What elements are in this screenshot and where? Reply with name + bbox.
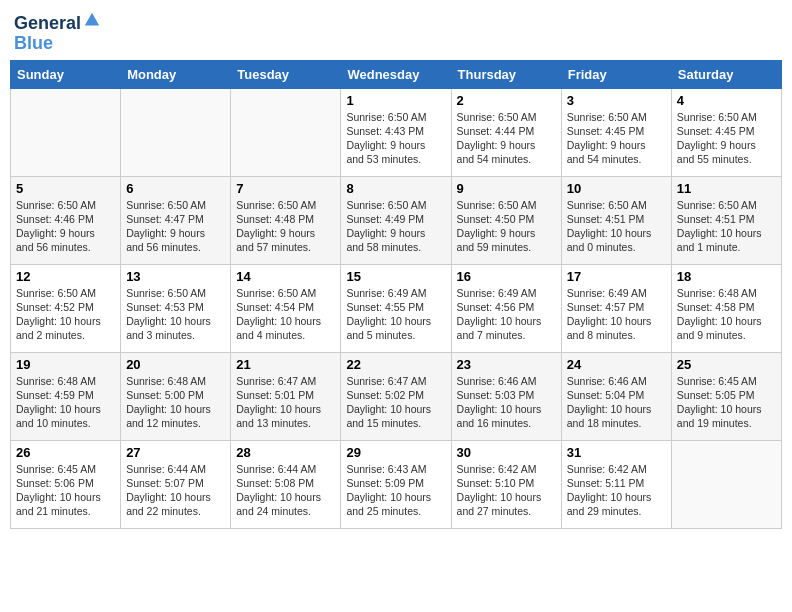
day-number: 2	[457, 93, 556, 108]
calendar-day-19: 19Sunrise: 6:48 AM Sunset: 4:59 PM Dayli…	[11, 352, 121, 440]
day-number: 30	[457, 445, 556, 460]
svg-marker-0	[85, 13, 99, 26]
calendar-day-6: 6Sunrise: 6:50 AM Sunset: 4:47 PM Daylig…	[121, 176, 231, 264]
calendar-day-24: 24Sunrise: 6:46 AM Sunset: 5:04 PM Dayli…	[561, 352, 671, 440]
day-info: Sunrise: 6:48 AM Sunset: 4:58 PM Dayligh…	[677, 286, 776, 343]
weekday-header-monday: Monday	[121, 60, 231, 88]
day-number: 12	[16, 269, 115, 284]
day-info: Sunrise: 6:50 AM Sunset: 4:45 PM Dayligh…	[567, 110, 666, 167]
calendar-day-31: 31Sunrise: 6:42 AM Sunset: 5:11 PM Dayli…	[561, 440, 671, 528]
day-number: 13	[126, 269, 225, 284]
day-info: Sunrise: 6:50 AM Sunset: 4:44 PM Dayligh…	[457, 110, 556, 167]
calendar-day-26: 26Sunrise: 6:45 AM Sunset: 5:06 PM Dayli…	[11, 440, 121, 528]
day-info: Sunrise: 6:50 AM Sunset: 4:54 PM Dayligh…	[236, 286, 335, 343]
calendar-day-22: 22Sunrise: 6:47 AM Sunset: 5:02 PM Dayli…	[341, 352, 451, 440]
day-number: 31	[567, 445, 666, 460]
day-number: 25	[677, 357, 776, 372]
calendar-day-4: 4Sunrise: 6:50 AM Sunset: 4:45 PM Daylig…	[671, 88, 781, 176]
day-number: 17	[567, 269, 666, 284]
calendar-day-23: 23Sunrise: 6:46 AM Sunset: 5:03 PM Dayli…	[451, 352, 561, 440]
calendar-day-29: 29Sunrise: 6:43 AM Sunset: 5:09 PM Dayli…	[341, 440, 451, 528]
day-info: Sunrise: 6:50 AM Sunset: 4:53 PM Dayligh…	[126, 286, 225, 343]
day-info: Sunrise: 6:45 AM Sunset: 5:06 PM Dayligh…	[16, 462, 115, 519]
day-info: Sunrise: 6:50 AM Sunset: 4:48 PM Dayligh…	[236, 198, 335, 255]
day-number: 28	[236, 445, 335, 460]
day-info: Sunrise: 6:50 AM Sunset: 4:50 PM Dayligh…	[457, 198, 556, 255]
calendar-day-20: 20Sunrise: 6:48 AM Sunset: 5:00 PM Dayli…	[121, 352, 231, 440]
day-number: 27	[126, 445, 225, 460]
calendar-empty-cell	[671, 440, 781, 528]
day-number: 14	[236, 269, 335, 284]
day-number: 5	[16, 181, 115, 196]
weekday-header-friday: Friday	[561, 60, 671, 88]
day-info: Sunrise: 6:44 AM Sunset: 5:07 PM Dayligh…	[126, 462, 225, 519]
day-info: Sunrise: 6:50 AM Sunset: 4:51 PM Dayligh…	[567, 198, 666, 255]
day-info: Sunrise: 6:50 AM Sunset: 4:51 PM Dayligh…	[677, 198, 776, 255]
calendar-day-10: 10Sunrise: 6:50 AM Sunset: 4:51 PM Dayli…	[561, 176, 671, 264]
day-number: 9	[457, 181, 556, 196]
day-number: 26	[16, 445, 115, 460]
calendar-day-16: 16Sunrise: 6:49 AM Sunset: 4:56 PM Dayli…	[451, 264, 561, 352]
day-info: Sunrise: 6:45 AM Sunset: 5:05 PM Dayligh…	[677, 374, 776, 431]
calendar-day-15: 15Sunrise: 6:49 AM Sunset: 4:55 PM Dayli…	[341, 264, 451, 352]
day-number: 4	[677, 93, 776, 108]
logo-blue: Blue	[14, 34, 101, 54]
day-number: 18	[677, 269, 776, 284]
weekday-header-sunday: Sunday	[11, 60, 121, 88]
logo-icon	[83, 11, 101, 29]
day-number: 6	[126, 181, 225, 196]
calendar-table: SundayMondayTuesdayWednesdayThursdayFrid…	[10, 60, 782, 529]
day-number: 7	[236, 181, 335, 196]
day-number: 24	[567, 357, 666, 372]
day-info: Sunrise: 6:48 AM Sunset: 5:00 PM Dayligh…	[126, 374, 225, 431]
calendar-empty-cell	[231, 88, 341, 176]
calendar-day-17: 17Sunrise: 6:49 AM Sunset: 4:57 PM Dayli…	[561, 264, 671, 352]
day-info: Sunrise: 6:49 AM Sunset: 4:57 PM Dayligh…	[567, 286, 666, 343]
day-number: 1	[346, 93, 445, 108]
calendar-day-1: 1Sunrise: 6:50 AM Sunset: 4:43 PM Daylig…	[341, 88, 451, 176]
calendar-empty-cell	[121, 88, 231, 176]
day-info: Sunrise: 6:49 AM Sunset: 4:56 PM Dayligh…	[457, 286, 556, 343]
day-info: Sunrise: 6:50 AM Sunset: 4:43 PM Dayligh…	[346, 110, 445, 167]
calendar-week-row: 26Sunrise: 6:45 AM Sunset: 5:06 PM Dayli…	[11, 440, 782, 528]
day-info: Sunrise: 6:50 AM Sunset: 4:46 PM Dayligh…	[16, 198, 115, 255]
day-info: Sunrise: 6:50 AM Sunset: 4:52 PM Dayligh…	[16, 286, 115, 343]
calendar-day-12: 12Sunrise: 6:50 AM Sunset: 4:52 PM Dayli…	[11, 264, 121, 352]
day-number: 10	[567, 181, 666, 196]
day-info: Sunrise: 6:42 AM Sunset: 5:11 PM Dayligh…	[567, 462, 666, 519]
calendar-day-21: 21Sunrise: 6:47 AM Sunset: 5:01 PM Dayli…	[231, 352, 341, 440]
calendar-day-25: 25Sunrise: 6:45 AM Sunset: 5:05 PM Dayli…	[671, 352, 781, 440]
day-number: 29	[346, 445, 445, 460]
weekday-header-wednesday: Wednesday	[341, 60, 451, 88]
day-number: 22	[346, 357, 445, 372]
calendar-day-5: 5Sunrise: 6:50 AM Sunset: 4:46 PM Daylig…	[11, 176, 121, 264]
day-info: Sunrise: 6:50 AM Sunset: 4:47 PM Dayligh…	[126, 198, 225, 255]
calendar-day-7: 7Sunrise: 6:50 AM Sunset: 4:48 PM Daylig…	[231, 176, 341, 264]
calendar-week-row: 19Sunrise: 6:48 AM Sunset: 4:59 PM Dayli…	[11, 352, 782, 440]
weekday-header-thursday: Thursday	[451, 60, 561, 88]
calendar-week-row: 1Sunrise: 6:50 AM Sunset: 4:43 PM Daylig…	[11, 88, 782, 176]
day-info: Sunrise: 6:50 AM Sunset: 4:49 PM Dayligh…	[346, 198, 445, 255]
calendar-day-18: 18Sunrise: 6:48 AM Sunset: 4:58 PM Dayli…	[671, 264, 781, 352]
day-number: 11	[677, 181, 776, 196]
day-info: Sunrise: 6:48 AM Sunset: 4:59 PM Dayligh…	[16, 374, 115, 431]
day-info: Sunrise: 6:46 AM Sunset: 5:04 PM Dayligh…	[567, 374, 666, 431]
day-number: 16	[457, 269, 556, 284]
calendar-day-28: 28Sunrise: 6:44 AM Sunset: 5:08 PM Dayli…	[231, 440, 341, 528]
day-number: 20	[126, 357, 225, 372]
day-number: 19	[16, 357, 115, 372]
day-info: Sunrise: 6:46 AM Sunset: 5:03 PM Dayligh…	[457, 374, 556, 431]
day-info: Sunrise: 6:44 AM Sunset: 5:08 PM Dayligh…	[236, 462, 335, 519]
day-number: 8	[346, 181, 445, 196]
calendar-day-9: 9Sunrise: 6:50 AM Sunset: 4:50 PM Daylig…	[451, 176, 561, 264]
calendar-empty-cell	[11, 88, 121, 176]
day-info: Sunrise: 6:49 AM Sunset: 4:55 PM Dayligh…	[346, 286, 445, 343]
weekday-header-tuesday: Tuesday	[231, 60, 341, 88]
page-header: General Blue	[10, 10, 782, 54]
day-number: 3	[567, 93, 666, 108]
logo: General Blue	[14, 14, 101, 54]
day-info: Sunrise: 6:43 AM Sunset: 5:09 PM Dayligh…	[346, 462, 445, 519]
calendar-day-2: 2Sunrise: 6:50 AM Sunset: 4:44 PM Daylig…	[451, 88, 561, 176]
calendar-day-8: 8Sunrise: 6:50 AM Sunset: 4:49 PM Daylig…	[341, 176, 451, 264]
day-number: 23	[457, 357, 556, 372]
